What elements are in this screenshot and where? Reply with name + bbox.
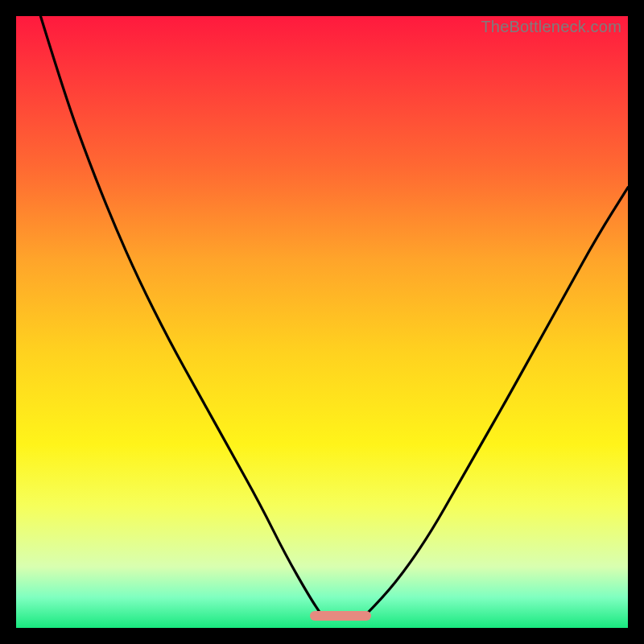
- chart-frame: TheBottleneck.com: [0, 0, 644, 644]
- optimal-range-marker: [310, 611, 371, 621]
- bottleneck-curve: [16, 16, 628, 628]
- chart-plot-area: TheBottleneck.com: [16, 16, 628, 628]
- curve-left-branch: [40, 16, 322, 616]
- curve-right-branch: [365, 188, 628, 616]
